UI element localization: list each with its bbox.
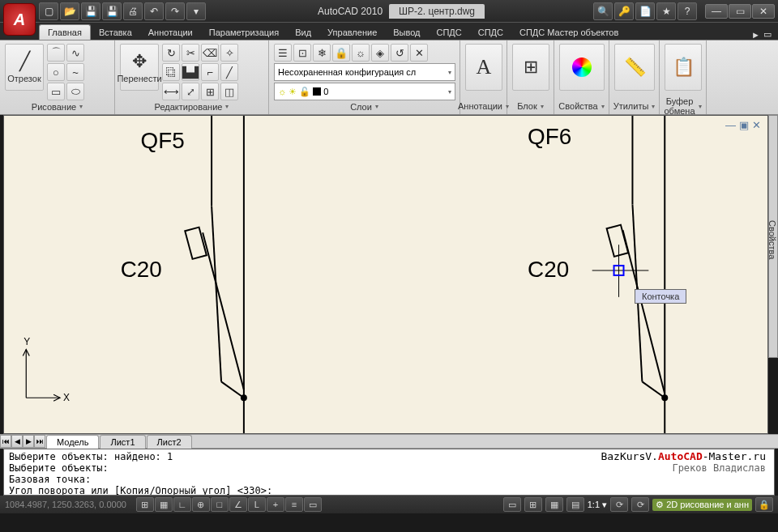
tab-view[interactable]: Вид [287,25,319,40]
pedit-button[interactable]: ╱ [220,63,238,81]
tab-output[interactable]: Вывод [385,25,428,40]
tab-scroll-last[interactable]: ⏭ [34,435,45,448]
layer-prev-button[interactable]: ↺ [391,44,408,62]
panel-block-label[interactable]: Блок [512,100,549,113]
qp-toggle[interactable]: ▭ [304,497,322,512]
layer-match-button[interactable]: ◈ [371,44,389,62]
erase-button[interactable]: ⌫ [201,44,219,62]
sheet-icon[interactable]: 📄 [635,2,655,20]
polar-toggle[interactable]: ⊕ [192,497,210,512]
panel-anno-label[interactable]: Аннотации [465,100,502,113]
model-tab[interactable]: Модель [46,435,99,449]
help-icon[interactable]: ? [678,2,697,20]
command-line[interactable]: Выберите объекты: найдено: 1 Выберите об… [3,449,775,496]
workspace-switch[interactable]: ⚙ 2D рисование и анн [652,499,752,511]
offset-button[interactable]: ◫ [220,83,238,100]
qat-save[interactable]: 💾 [81,2,100,20]
qv-button[interactable]: ▦ [545,497,563,512]
tab-spds-master[interactable]: СПДС Мастер объектов [511,25,626,40]
panel-layers-label[interactable]: Слои [274,100,455,113]
tab-scroll-prev[interactable]: ◀ [11,435,23,448]
move-button[interactable]: ✥ Перенести [120,44,159,91]
array-button[interactable]: ⊞ [201,83,219,100]
document-tab[interactable]: ШР-2. центр.dwg [389,4,485,19]
ducs-toggle[interactable]: L [248,497,266,512]
measure-button[interactable]: 📏 [614,44,655,91]
ribbon-min-icon[interactable]: ▭ [763,29,772,40]
panel-draw-label[interactable]: Рисование [5,100,109,113]
osnap-toggle[interactable]: □ [211,497,229,512]
tab-spds1[interactable]: СПДС [429,25,470,40]
grid-toggle[interactable]: ▦ [155,497,173,512]
layout2-tab[interactable]: Лист2 [147,435,192,449]
text-button[interactable]: A [465,44,502,91]
pline-button[interactable]: ∿ [66,44,84,62]
app-logo[interactable]: A [3,3,36,36]
panel-modify-label[interactable]: Редактирование [120,100,263,113]
props-button[interactable] [559,44,605,91]
layout1-tab[interactable]: Лист1 [100,435,145,449]
model-button[interactable]: ▭ [503,497,521,512]
properties-palette[interactable]: Свойства [768,115,778,358]
copy-button[interactable]: ⿻ [162,63,180,81]
otrack-toggle[interactable]: ∠ [229,497,247,512]
qat-redo[interactable]: ↷ [165,2,185,20]
spline-button[interactable]: ~ [66,63,84,81]
panel-props-label[interactable]: Свойства [559,100,604,113]
anno-scale[interactable]: 1:1 ▾ [588,500,607,510]
minimize-button[interactable]: — [705,4,728,19]
fillet-button[interactable]: ⌐ [201,63,219,81]
qat-saveas[interactable]: 💾 [102,2,122,20]
ellipse-button[interactable]: ⬭ [66,83,84,100]
lwt-toggle[interactable]: ≡ [285,497,303,512]
paste-button[interactable]: 📋 [665,44,702,91]
search-icon[interactable]: 🔍 [593,2,613,20]
vp-close-icon[interactable]: ✕ [752,119,761,131]
tab-home[interactable]: Главная [39,24,91,40]
snap-toggle[interactable]: ⊞ [136,497,154,512]
lock-ui-button[interactable]: 🔒 [755,497,773,512]
layer-del-button[interactable]: ✕ [410,44,428,62]
panel-utils-label[interactable]: Утилиты [614,100,654,113]
maximize-button[interactable]: ▭ [729,4,751,19]
tab-scroll-first[interactable]: ⏮ [0,435,11,448]
line-button[interactable]: ╱ Отрезок [5,44,44,91]
layer-state-dropdown[interactable]: Несохраненная конфигурация сл [274,63,455,81]
qat-new[interactable]: ▢ [39,2,58,20]
layer-iso-button[interactable]: ⊡ [293,44,311,62]
block-button[interactable]: ⊞ [512,44,549,91]
panel-clip-label[interactable]: Буфер обмена [665,100,701,113]
arc-button[interactable]: ⌒ [47,44,65,62]
tab-scroll-next[interactable]: ▶ [23,435,34,448]
star-icon[interactable]: ★ [656,2,676,20]
tab-spds2[interactable]: СПДС [470,25,511,40]
qat-open[interactable]: 📂 [60,2,79,20]
mirror-button[interactable]: ▙▟ [182,63,199,81]
dyn-toggle[interactable]: + [267,497,284,512]
layer-prop-button[interactable]: ☰ [274,44,292,62]
tab-annotate[interactable]: Аннотации [140,25,201,40]
layer-dropdown[interactable]: ☼ ☀ 🔓 0 [274,83,455,100]
key-icon[interactable]: 🔑 [614,2,634,20]
grid2-button[interactable]: ⊞ [524,497,542,512]
tab-insert[interactable]: Вставка [91,25,140,40]
drawing-canvas[interactable]: — ▣ ✕ QF5 C20 QF6 C20 [3,115,768,434]
vp-min-icon[interactable]: — [725,119,736,131]
qvl-button[interactable]: ▤ [566,497,584,512]
qat-plot[interactable]: 🖨 [123,2,143,20]
stretch-button[interactable]: ⟷ [162,83,180,100]
explode-button[interactable]: ✧ [220,44,238,62]
rotate-button[interactable]: ↻ [162,44,180,62]
trim-button[interactable]: ✂ [182,44,199,62]
layer-lock-button[interactable]: 🔒 [332,44,350,62]
ortho-toggle[interactable]: ∟ [173,497,191,512]
vp-max-icon[interactable]: ▣ [739,119,749,131]
annoscale-btn[interactable]: ⟳ [610,497,628,512]
rect-button[interactable]: ▭ [47,83,65,100]
tab-manage[interactable]: Управление [319,25,385,40]
circle-button[interactable]: ○ [47,63,65,81]
layer-off-button[interactable]: ☼ [352,44,370,62]
qat-undo[interactable]: ↶ [144,2,164,20]
tab-parametric[interactable]: Параметризация [201,25,287,40]
layer-freeze-button[interactable]: ❄ [313,44,331,62]
